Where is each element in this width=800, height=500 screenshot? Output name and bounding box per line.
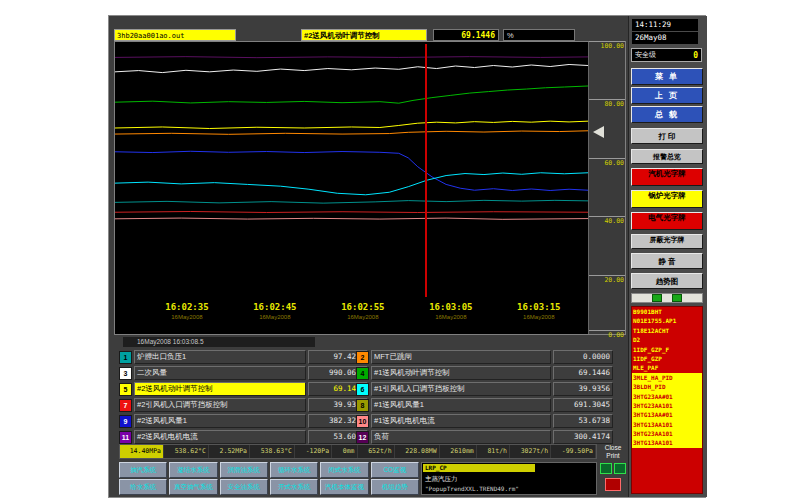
unit-field: % (503, 29, 575, 41)
value-tick: 100.00 (589, 41, 625, 50)
alarm-summary-button[interactable]: 报警总览 (631, 149, 703, 164)
close-button[interactable]: Close (599, 444, 627, 452)
trace-label: 二次风量 (134, 366, 306, 380)
status-value[interactable]: 538.63°C (251, 445, 295, 458)
security-level-value: 0 (693, 51, 698, 60)
alarm-tag-item[interactable]: 1IDF_GZP_F (632, 345, 702, 354)
trace-cyan (115, 173, 588, 195)
menu-button[interactable]: 菜 单 (631, 68, 703, 85)
screen-nav-button[interactable]: 安全油系统 (220, 479, 268, 495)
legend-row[interactable]: 7 #2引风机入口调节挡板控制 39.9356 (119, 398, 368, 412)
print-button[interactable]: Print (599, 452, 627, 460)
overview-button[interactable]: 总 貌 (631, 106, 703, 123)
boiler-annunciator-button[interactable]: 锅炉光字牌 (631, 190, 703, 208)
trace-teal (115, 200, 588, 203)
page-up-button[interactable]: 上 页 (631, 87, 703, 104)
trace-number-box: 8 (356, 399, 369, 412)
alarm-tag-item[interactable]: T18E12ACHT (632, 326, 702, 335)
legend-row[interactable]: 10 #1送风机电机电流 53.6738 (356, 414, 613, 428)
trace-label: #2送风机动叶调节控制 (134, 382, 306, 396)
value-pointer-icon[interactable] (587, 126, 604, 138)
tag-name-field[interactable]: 3hb20aa001ao.out (114, 29, 236, 41)
legend-row[interactable]: 5 #2送风机动叶调节控制 69.1446 (119, 382, 368, 396)
status-value[interactable]: 0mm (333, 445, 357, 458)
print-screen-button[interactable]: 打 印 (631, 128, 703, 144)
status-lamp-icon (652, 294, 662, 302)
security-level-box[interactable]: 安全级 0 (631, 48, 702, 62)
screen-nav-button[interactable]: 抽汽系统 (119, 462, 167, 478)
legend-row[interactable]: 1 炉膛出口负压1 97.4292 (119, 350, 368, 364)
value-tick-label: 40.00 (589, 217, 625, 225)
turbine-annunciator-button[interactable]: 汽机光字牌 (631, 168, 703, 186)
alarm-tag-item[interactable]: 3MLE_HA_PID (632, 373, 702, 382)
time-tick-label: 16:02:55 (341, 302, 384, 312)
cursor-value-field: 69.1446 (433, 29, 499, 41)
alarm-tag-item[interactable]: 1IDF_GZP (632, 354, 702, 363)
alarm-tag-item[interactable]: 3HTG13AA101 (632, 438, 702, 447)
screen-nav-button[interactable]: 凝结水系统 (169, 462, 217, 478)
alarm-tag-item[interactable]: B9901BHT (632, 307, 702, 316)
trace-number-box: 10 (356, 415, 369, 428)
screen-nav-button[interactable]: 开式水系统 (270, 479, 318, 495)
status-value[interactable]: -99.50Pa (552, 445, 596, 458)
screen-nav-button[interactable]: CO监视 (371, 462, 419, 478)
legend-row[interactable]: 3 二次风量 990.0674 (119, 366, 368, 380)
screen-nav-button[interactable]: 汽机本体监视 (320, 479, 368, 495)
status-value[interactable]: 538.62°C (165, 445, 209, 458)
legend-row[interactable]: 6 #1引风机入口调节挡板控制 39.9356 (356, 382, 613, 396)
status-value[interactable]: -120Pa (296, 445, 332, 458)
time-tick: 16:02:55 16May2008 (341, 302, 384, 320)
time-cursor-line[interactable] (425, 44, 427, 297)
screen-nav-button[interactable]: 机组趋势 (371, 479, 419, 495)
masked-annunciator-button[interactable]: 屏蔽光字牌 (631, 234, 703, 249)
plot-area[interactable] (115, 44, 588, 297)
monitor-icon[interactable] (600, 463, 612, 474)
value-tick: 20.00 (589, 275, 625, 284)
legend-row[interactable]: 2 MFT已跳闸 0.0000 (356, 350, 613, 364)
alarm-tag-item[interactable]: MLE_PAF (632, 363, 702, 372)
trace-value: 691.3045 (553, 398, 613, 412)
alarm-tag-item[interactable]: 3HTG13AA#01 (632, 410, 702, 419)
value-tick-label: 100.00 (589, 42, 625, 50)
alarm-tag-item[interactable]: N01E1755.AP1 (632, 316, 702, 325)
alarm-indicator-icon[interactable] (605, 478, 621, 491)
alarm-tag-item[interactable]: D2 (632, 335, 702, 344)
status-value[interactable]: 2.52MPa (210, 445, 250, 458)
screen-nav-button[interactable]: 循环水系统 (270, 462, 318, 478)
monitor-icon[interactable] (614, 463, 626, 474)
trace-orange (115, 131, 588, 135)
time-tick: 16:02:45 16May2008 (253, 302, 296, 320)
screen-nav-row-1: 抽汽系统 凝结水系统 润滑油系统 循环水系统 闭式水系统 CO监视 (119, 462, 419, 478)
screen-nav-button[interactable]: 润滑油系统 (220, 462, 268, 478)
screen-nav-button[interactable]: 真空抽气系统 (169, 479, 217, 495)
alarm-tag-item[interactable]: 3HTG23AA101 (632, 429, 702, 438)
status-value[interactable]: 652t/h (359, 445, 395, 458)
status-lamp-panel (631, 293, 703, 303)
legend-row[interactable]: 8 #1送风机风量1 691.3045 (356, 398, 613, 412)
trace-number-box: 11 (119, 431, 132, 444)
alarm-tag-item[interactable]: 3BLDH_PID (632, 382, 702, 391)
status-value[interactable]: 81t/h (478, 445, 510, 458)
legend-row[interactable]: 11 #2送风机电机电流 53.6005 (119, 430, 368, 444)
alarm-tag-item[interactable]: 3HTG23AA#01 (632, 392, 702, 401)
alarm-tag-item[interactable]: 3HTG23AA101 (632, 401, 702, 410)
trace-description-field[interactable]: #2送风机动叶调节控制 (301, 29, 427, 41)
trace-label: #2引风机入口调节挡板控制 (134, 398, 306, 412)
value-tick: 80.00 (589, 99, 625, 108)
time-tick-date: 16May2008 (429, 314, 472, 320)
status-value[interactable]: 228.08MW (396, 445, 440, 458)
status-value[interactable]: 14.40MPa (120, 445, 164, 458)
screen-nav-button[interactable]: 给水系统 (119, 479, 167, 495)
trend-graph-button[interactable]: 趋势图 (631, 273, 703, 289)
alarm-tag-item[interactable]: 3HTG13AA101 (632, 420, 702, 429)
alarm-tag-list: B9901BHT N01E1755.AP1 T18E12ACHT D2 1IDF… (631, 306, 703, 494)
mute-button[interactable]: 静 音 (631, 253, 703, 269)
screen-nav-button[interactable]: 闭式水系统 (320, 462, 368, 478)
legend-row[interactable]: 9 #2送风机风量1 382.3297 (119, 414, 368, 428)
status-value[interactable]: 2610mm (441, 445, 477, 458)
legend-row[interactable]: 4 #1送风机动叶调节控制 69.1446 (356, 366, 613, 380)
legend-row[interactable]: 12 负荷 300.4174 (356, 430, 613, 444)
trend-window: 3hb20aa001ao.out #2送风机动叶调节控制 69.1446 % 1… (108, 15, 706, 498)
status-value[interactable]: 3027t/h (511, 445, 551, 458)
electrical-annunciator-button[interactable]: 电气光字牌 (631, 212, 703, 230)
